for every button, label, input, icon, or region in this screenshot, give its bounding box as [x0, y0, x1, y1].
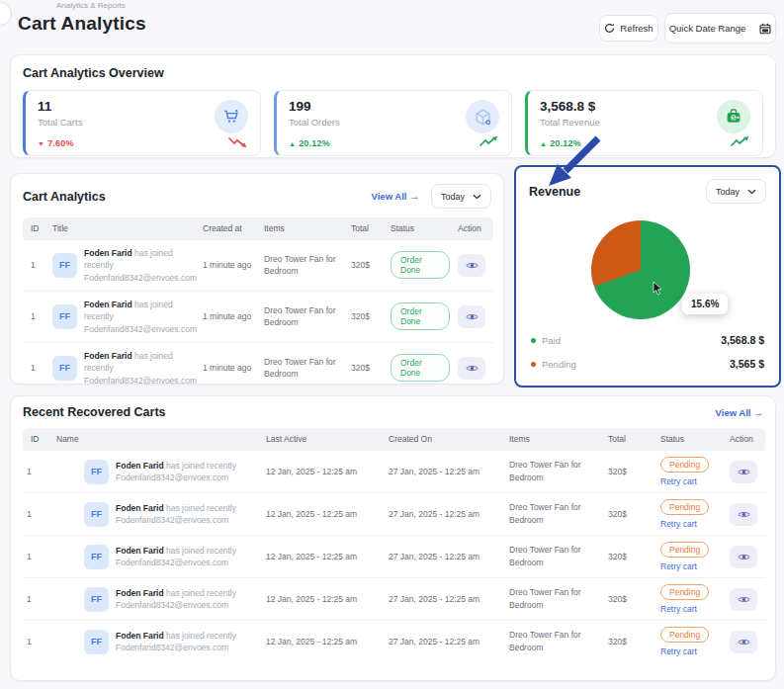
recovered-carts-title: Recent Recovered Carts — [23, 405, 166, 419]
recovered-view-all-link[interactable]: View All→ — [716, 407, 763, 418]
customer-email: Fodenfarid8342@envoes.com — [116, 600, 228, 610]
cell-id: 1 — [23, 451, 52, 493]
stat-bottom-row: ▲20.12% — [289, 135, 499, 148]
stat-card-row: 11 Total Carts ▼7.60% 199 Total Orders ▲… — [23, 90, 763, 156]
cart-icon — [215, 100, 248, 133]
table-row: 1 FF Foden Farid has joined recentlyFode… — [23, 493, 765, 536]
customer-name: Foden Farid — [116, 631, 164, 641]
quick-date-range-button[interactable]: Quick Date Range — [664, 13, 776, 43]
stat-bottom-row: ▼7.60% — [38, 135, 248, 148]
page-title: Cart Analytics — [18, 13, 146, 35]
avatar: FF — [52, 304, 77, 329]
view-details-button[interactable] — [730, 503, 757, 526]
col-items: Items — [505, 428, 604, 451]
view-details-button[interactable] — [730, 631, 757, 653]
stat-card: 3,568.8 $ Total Revenue $ ▲20.12% — [525, 90, 763, 156]
customer-name: Foden Farid — [116, 588, 164, 598]
eye-icon — [738, 510, 750, 519]
cell-action — [726, 451, 765, 493]
sidebar-fragment — [0, 2, 12, 26]
cart-analytics-table: ID Title Created at Items Total Status A… — [23, 217, 493, 393]
retry-cart-link[interactable]: Retry cart — [660, 519, 722, 529]
view-details-button[interactable] — [458, 357, 485, 380]
status-badge: Pending — [660, 457, 709, 473]
view-details-button[interactable] — [730, 588, 757, 611]
status-badge: Order Done — [391, 354, 450, 382]
period-label: Today — [716, 187, 740, 197]
status-badge: Pending — [660, 499, 709, 515]
cell-items: Dreo Tower Fan forBedroom — [505, 451, 604, 493]
trend-value: ▲20.12% — [540, 138, 581, 148]
view-details-button[interactable] — [730, 461, 757, 483]
customer-name: Foden Farid — [116, 461, 164, 471]
stat-card: 11 Total Carts ▼7.60% — [23, 90, 261, 156]
refresh-label: Refresh — [620, 23, 653, 34]
view-details-button[interactable] — [458, 305, 485, 328]
cell-action — [726, 536, 765, 578]
refresh-button[interactable]: Refresh — [599, 15, 658, 42]
view-details-button[interactable] — [458, 254, 485, 277]
customer-info: Foden Farid has joined recentlyFodenfari… — [84, 299, 197, 335]
items-line2: Bedroom — [264, 369, 299, 379]
cell-status: Pending Retry cart — [656, 578, 726, 621]
cell-total: 320$ — [347, 291, 387, 342]
customer-email: Fodenfarid8342@envoes.com — [84, 376, 197, 386]
revenue-header: Revenue Today — [529, 179, 766, 204]
col-action: Action — [726, 428, 765, 451]
col-title: Title — [48, 217, 199, 240]
retry-cart-link[interactable]: Retry cart — [660, 476, 722, 486]
trend-sparkline-icon — [479, 135, 499, 148]
revenue-period-dropdown[interactable]: Today — [706, 179, 766, 204]
retry-cart-link[interactable]: Retry cart — [660, 561, 722, 571]
cell-last-active: 12 Jan, 2025 - 12:25 am — [262, 493, 385, 536]
avatar: FF — [52, 253, 77, 278]
cell-status: Pending Retry cart — [656, 621, 726, 663]
arrow-right-icon: → — [409, 191, 419, 202]
trend-sparkline-icon — [730, 135, 750, 148]
cell-status: Order Done — [387, 291, 454, 342]
cell-status: Order Done — [387, 240, 454, 292]
customer-note: has joined recently — [164, 503, 236, 513]
retry-cart-link[interactable]: Retry cart — [660, 646, 722, 656]
cart-analytics-period-dropdown[interactable]: Today — [431, 184, 491, 209]
view-details-button[interactable] — [730, 546, 757, 568]
legend-dot-icon — [531, 338, 536, 343]
table-row: 1 FF Foden Farid has joined recentlyFode… — [23, 451, 765, 493]
cell-items: Dreo Tower Fan forBedroom — [505, 536, 604, 578]
svg-text:$: $ — [733, 115, 736, 121]
trend-percent: 7.60% — [47, 138, 74, 148]
col-status: Status — [387, 217, 454, 240]
col-total: Total — [604, 428, 656, 451]
customer-name: Foden Farid — [84, 248, 132, 258]
cell-id: 1 — [23, 621, 52, 663]
cart-analytics-header: Cart Analytics View All→ Today — [23, 184, 491, 209]
items-line2: Bedroom — [264, 266, 299, 276]
cell-created-on: 27 Jan, 2025 - 12:25 am — [385, 493, 505, 536]
cell-id: 1 — [23, 291, 48, 342]
breadcrumb: Analytics & Reports — [56, 1, 126, 10]
revenue-pie-chart[interactable] — [591, 220, 690, 319]
cell-action — [454, 240, 493, 292]
recovered-carts-table: ID Name Last Active Created On Items Tot… — [23, 428, 765, 662]
customer-email: Fodenfarid8342@envoes.com — [116, 473, 228, 482]
customer-email: Fodenfarid8342@envoes.com — [84, 324, 197, 334]
customer-info: Foden Farid has joined recentlyFodenfari… — [116, 545, 236, 569]
eye-icon — [738, 595, 750, 604]
trend-triangle-icon: ▼ — [38, 140, 44, 147]
customer-name: Foden Farid — [84, 300, 132, 309]
col-id: ID — [23, 217, 48, 240]
table-header-row: ID Title Created at Items Total Status A… — [23, 217, 493, 240]
items-line1: Dreo Tower Fan for — [509, 587, 581, 597]
col-name: Name — [52, 428, 262, 451]
items-line1: Dreo Tower Fan for — [264, 254, 336, 264]
cell-name: FF Foden Farid has joined recentlyFodenf… — [52, 578, 262, 621]
cell-last-active: 12 Jan, 2025 - 12:25 am — [262, 578, 385, 621]
stat-card: 199 Total Orders ▲20.12% — [274, 90, 512, 156]
legend-label: Pending — [542, 359, 576, 370]
eye-icon — [466, 312, 479, 321]
cell-title: FF Foden Farid has joined recentlyFodenf… — [48, 342, 199, 392]
cart-analytics-page: Analytics & Reports Cart Analytics Refre… — [0, 0, 784, 689]
items-line1: Dreo Tower Fan for — [264, 305, 336, 315]
retry-cart-link[interactable]: Retry cart — [660, 604, 722, 614]
cart-analytics-view-all-link[interactable]: View All→ — [372, 191, 419, 202]
